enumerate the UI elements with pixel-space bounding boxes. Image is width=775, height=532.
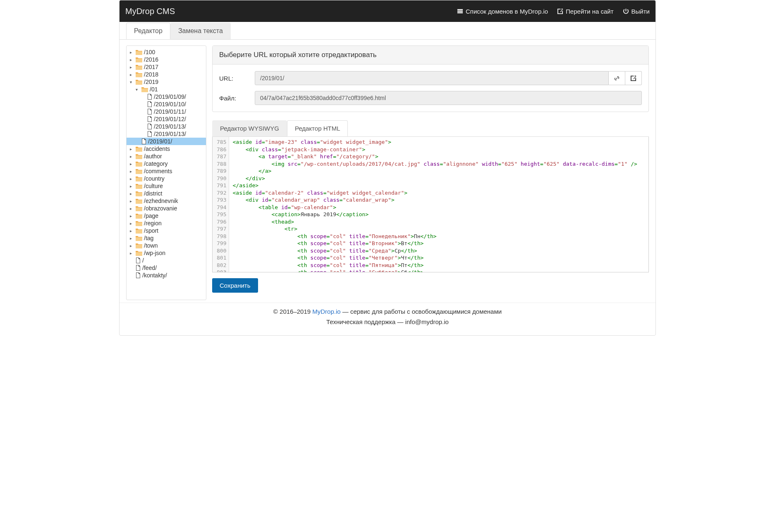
- tab-html[interactable]: Редактор HTML: [287, 120, 348, 136]
- tree-folder[interactable]: ▸/sport: [127, 227, 206, 234]
- tree-file[interactable]: /2019/01/09/: [127, 93, 206, 100]
- navbar: MyDrop CMS Список доменов в MyDrop.io Пе…: [120, 0, 655, 22]
- tree-folder[interactable]: ▸/100: [127, 48, 206, 56]
- tree-file[interactable]: /2019/01/13/: [127, 123, 206, 130]
- tree-file[interactable]: /: [127, 257, 206, 264]
- editor-tabs: Редактор WYSIWYG Редактор HTML: [212, 120, 649, 137]
- link-button[interactable]: [609, 71, 625, 85]
- tree-file[interactable]: /2019/01/10/: [127, 100, 206, 108]
- tree-folder[interactable]: ▸/town: [127, 242, 206, 249]
- domains-link[interactable]: Список доменов в MyDrop.io: [457, 8, 548, 15]
- url-input[interactable]: [255, 71, 609, 85]
- gotosite-link[interactable]: Перейти на сайт: [557, 8, 614, 15]
- brand: MyDrop CMS: [125, 7, 175, 16]
- main-tabs: Редактор Замена текста: [120, 23, 655, 40]
- tree-file[interactable]: /feed/: [127, 264, 206, 272]
- tree-folder[interactable]: ▸/region: [127, 219, 206, 227]
- tab-editor[interactable]: Редактор: [126, 23, 170, 39]
- tree-file[interactable]: /kontakty/: [127, 272, 206, 279]
- tree-file[interactable]: /2019/01/: [127, 138, 206, 145]
- url-panel: Выберите URL который хотите отредактиров…: [212, 45, 649, 112]
- power-icon: [623, 8, 629, 14]
- tree-folder[interactable]: ▸/comments: [127, 167, 206, 175]
- tree-folder[interactable]: ▸/culture: [127, 182, 206, 190]
- open-button[interactable]: [625, 71, 642, 85]
- logout-link[interactable]: Выйти: [623, 8, 650, 15]
- file-label: Файл:: [219, 95, 255, 102]
- footer: © 2016–2019 MyDrop.io — сервис для работ…: [120, 303, 655, 335]
- tree-folder[interactable]: ▸/ezhednevnik: [127, 197, 206, 205]
- tree-folder[interactable]: ▸/wp-json: [127, 249, 206, 257]
- tree-folder[interactable]: ▸/tag: [127, 234, 206, 242]
- tree-file[interactable]: /2019/01/12/: [127, 115, 206, 123]
- footer-link[interactable]: MyDrop.io: [312, 308, 340, 315]
- tree-folder[interactable]: ▸/2018: [127, 71, 206, 78]
- panel-heading: Выберите URL который хотите отредактиров…: [213, 46, 648, 64]
- tree-folder[interactable]: ▸/category: [127, 160, 206, 167]
- tree-file[interactable]: /2019/01/11/: [127, 108, 206, 115]
- tree-folder[interactable]: ▸/page: [127, 212, 206, 219]
- code-editor[interactable]: 7857867877887897907917927937947957967977…: [212, 137, 649, 272]
- link-icon: [614, 75, 620, 81]
- tree-folder[interactable]: ▸/2016: [127, 56, 206, 63]
- tree-folder[interactable]: ▸/country: [127, 175, 206, 182]
- tree-folder[interactable]: ▾/2019: [127, 78, 206, 86]
- tree-folder[interactable]: ▸/accidents: [127, 145, 206, 153]
- tree-folder[interactable]: ▸/author: [127, 153, 206, 160]
- tab-replace[interactable]: Замена текста: [170, 23, 231, 39]
- tree-folder[interactable]: ▸/obrazovanie: [127, 205, 206, 212]
- tab-wysiwyg[interactable]: Редактор WYSIWYG: [212, 120, 287, 136]
- tree-folder[interactable]: ▸/district: [127, 190, 206, 197]
- file-tree: ▸/100▸/2016▸/2017▸/2018▾/2019▾/01/2019/0…: [126, 45, 206, 300]
- url-label: URL:: [219, 75, 255, 82]
- tree-file[interactable]: /2019/01/13/: [127, 130, 206, 138]
- grid-icon: [457, 8, 463, 14]
- save-button[interactable]: Сохранить: [212, 278, 258, 293]
- file-input[interactable]: [255, 91, 642, 105]
- external-link-icon: [557, 8, 563, 14]
- tree-folder[interactable]: ▾/01: [127, 86, 206, 93]
- external-link-icon: [630, 75, 636, 81]
- tree-folder[interactable]: ▸/2017: [127, 63, 206, 71]
